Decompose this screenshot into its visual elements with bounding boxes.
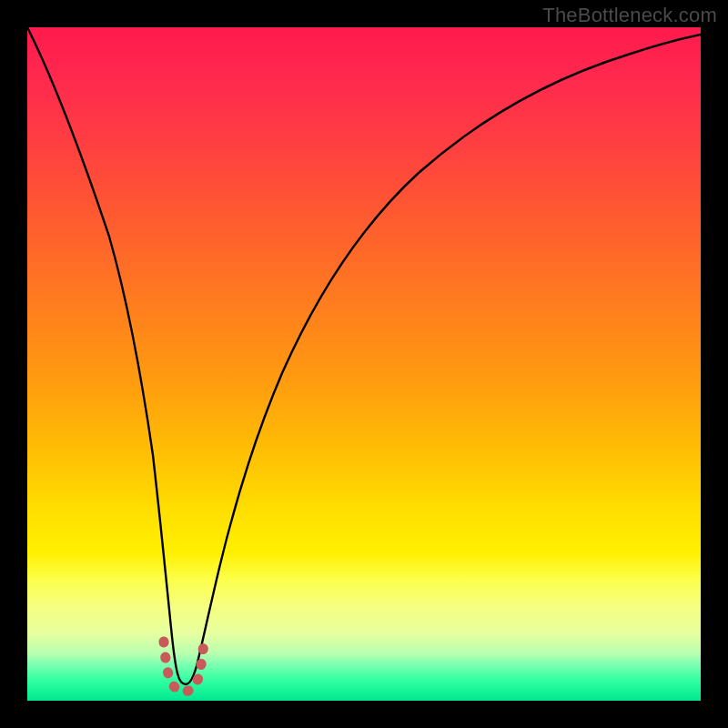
chart-frame: TheBottleneck.com bbox=[0, 0, 728, 728]
bottleneck-curve-svg bbox=[27, 27, 701, 701]
plot-area bbox=[27, 27, 701, 701]
bottleneck-curve-path bbox=[27, 27, 701, 684]
watermark-text: TheBottleneck.com bbox=[542, 4, 717, 27]
